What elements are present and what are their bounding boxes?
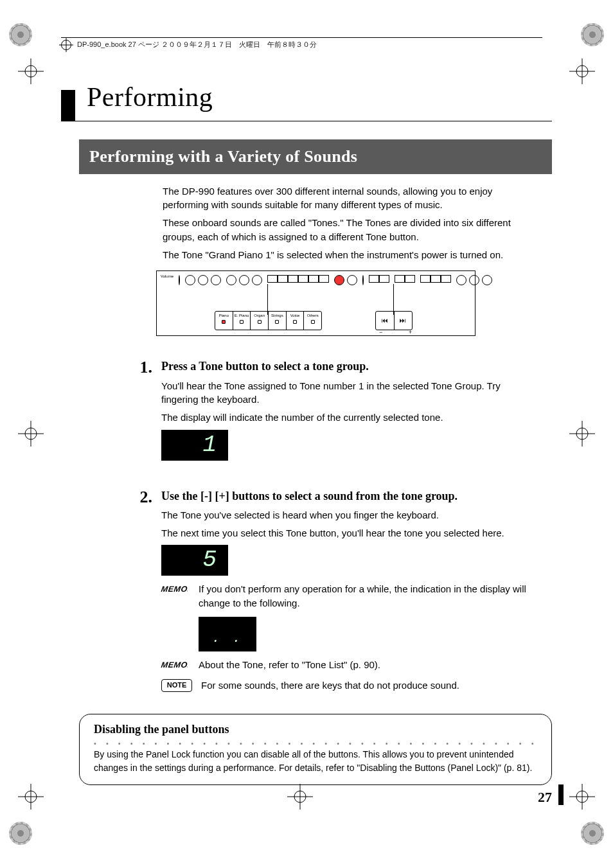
callout-box: Disabling the panel buttons • • • • • • …	[79, 714, 552, 785]
crop-mark-icon	[569, 784, 595, 810]
tone-button-row	[267, 275, 329, 283]
tone-button-label: Strings	[271, 313, 283, 319]
intro-paragraph: These onboard sounds are called "Tones."…	[163, 216, 526, 244]
crop-mark-icon	[18, 784, 44, 810]
tempo-knob-icon	[362, 275, 364, 285]
print-gear-icon	[581, 822, 604, 845]
print-gear-icon	[581, 23, 604, 46]
page-number: 27	[538, 787, 552, 808]
crop-mark-icon	[569, 421, 595, 447]
memo-text: If you don't perform any operation for a…	[199, 582, 526, 610]
callout-text: By using the Panel Lock function you can…	[94, 748, 537, 774]
step-number: 1.	[129, 355, 152, 465]
tone-button-label: Piano	[219, 313, 229, 319]
tone-button-label: Voice	[290, 313, 300, 319]
tone-button-label: Others	[307, 313, 319, 319]
chapter-heading: Performing	[61, 71, 552, 121]
knob-group	[456, 275, 492, 285]
crop-mark-icon	[18, 421, 44, 447]
step-paragraph: You'll hear the Tone assigned to Tone nu…	[161, 379, 526, 407]
register-mark-icon	[61, 40, 71, 50]
knob-group	[185, 275, 221, 285]
print-gear-icon	[9, 822, 32, 845]
minus-label: −	[379, 328, 382, 337]
prev-track-icon: ⏮	[376, 312, 395, 330]
callout-title: Disabling the panel buttons	[94, 721, 537, 738]
tone-button-label: Organ	[254, 313, 265, 319]
knob-group	[334, 275, 357, 285]
header-meta-text: DP-990_e.book 27 ページ ２００９年２月１７日 火曜日 午前８時…	[77, 40, 317, 48]
memo-block: MEMO If you don't perform any operation …	[161, 582, 526, 610]
callout-line	[393, 284, 394, 315]
step-paragraph: The next time you select this Tone butto…	[161, 526, 526, 540]
segment-display-idle: . .	[199, 617, 256, 651]
volume-knob-icon	[179, 275, 180, 285]
step-1: 1. Press a Tone button to select a tone …	[163, 355, 526, 465]
next-track-icon: ⏭	[395, 312, 413, 330]
book-header-meta: DP-990_e.book 27 ページ ２００９年２月１７日 火曜日 午前８時…	[61, 37, 542, 50]
step-paragraph: The display will indicate the number of …	[161, 411, 526, 425]
panel-illustration: Volume Piano E. Piano Organ Strings Voic…	[156, 270, 475, 336]
chapter-tab-icon	[61, 90, 75, 121]
note-block: NOTE For some sounds, there are keys tha…	[161, 678, 526, 693]
crop-mark-icon	[18, 58, 44, 84]
led-icon	[258, 320, 262, 324]
segment-display: 1	[161, 430, 228, 461]
step-paragraph: The Tone you've selected is heard when y…	[161, 508, 526, 522]
song-button-row	[369, 275, 389, 283]
step-heading: Press a Tone button to select a tone gro…	[161, 358, 526, 375]
led-icon	[311, 320, 315, 324]
panel-label: Volume	[161, 274, 173, 279]
crop-mark-icon	[569, 58, 595, 84]
led-icon	[240, 320, 244, 324]
print-gear-icon	[9, 23, 32, 46]
led-icon	[275, 320, 279, 324]
track-button-row	[420, 275, 451, 283]
tone-button-label: E. Piano	[235, 313, 249, 319]
step-number: 2.	[129, 485, 152, 699]
intro-paragraph: The DP-990 features over 300 different i…	[163, 184, 526, 213]
note-badge: NOTE	[161, 679, 192, 692]
chapter-title: Performing	[87, 78, 213, 121]
transport-button-row	[395, 275, 415, 283]
transport-closeup: ⏮ ⏭	[375, 311, 413, 330]
note-text: For some sounds, there are keys that do …	[201, 678, 459, 693]
knob-group	[226, 275, 262, 285]
plus-label: +	[409, 328, 412, 337]
section-title: Performing with a Variety of Sounds	[79, 139, 552, 174]
memo-badge: MEMO	[161, 582, 191, 595]
step-2: 2. Use the [-] [+] buttons to select a s…	[163, 485, 526, 699]
callout-line	[267, 284, 268, 315]
led-on-icon	[222, 320, 226, 324]
memo-block: MEMO About the Tone, refer to "Tone List…	[161, 658, 526, 672]
led-icon	[293, 320, 297, 324]
memo-text: About the Tone, refer to "Tone List" (p.…	[199, 658, 380, 672]
crop-mark-icon	[287, 784, 313, 810]
memo-badge: MEMO	[161, 658, 191, 671]
segment-display: 5	[161, 545, 228, 576]
dotted-rule: • • • • • • • • • • • • • • • • • • • • …	[94, 739, 537, 745]
intro-paragraph: The Tone "Grand Piano 1" is selected whe…	[163, 248, 526, 262]
tone-buttons-closeup: Piano E. Piano Organ Strings Voice Other…	[215, 311, 322, 330]
step-heading: Use the [-] [+] buttons to select a soun…	[161, 488, 526, 504]
